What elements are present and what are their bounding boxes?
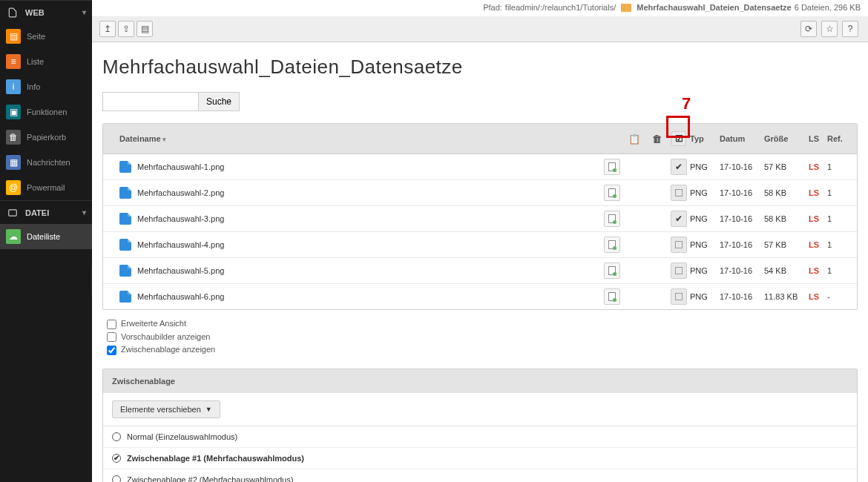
breadcrumb: Pfad: fileadmin/:/relaunch1/Tutorials/ M… (92, 0, 868, 16)
select-all[interactable]: ☑ (671, 131, 686, 146)
col-ls[interactable]: LS (809, 134, 827, 143)
sidebar-item-papierkorb[interactable]: 🗑Papierkorb (0, 125, 92, 150)
replace-button[interactable] (604, 185, 620, 201)
content-area: Pfad: fileadmin/:/relaunch1/Tutorials/ M… (92, 0, 868, 482)
replace-button[interactable] (604, 288, 620, 305)
svg-rect-0 (9, 209, 17, 215)
table-row: Mehrfachauswahl-5.pngPNG17-10-1654 KBLS1 (103, 257, 857, 283)
delete-header-icon[interactable]: 🗑 (652, 133, 662, 145)
col-ref[interactable]: Ref. (827, 134, 849, 143)
sidebar-item-label: Seite (27, 32, 45, 41)
replace-icon (608, 240, 616, 249)
option-extended[interactable]: Erweiterte Ansicht (107, 319, 858, 329)
row-checkbox[interactable]: ✔ (671, 159, 687, 175)
clipboard-mode-dropdown[interactable]: Elemente verschieben ▼ (112, 400, 220, 418)
module-web[interactable]: WEB ▾ (0, 0, 92, 24)
table-row: Mehrfachauswahl-2.pngPNG17-10-1658 KBLS1 (103, 179, 857, 205)
col-size[interactable]: Größe (764, 134, 809, 143)
cell-type: PNG (690, 240, 720, 249)
cell-type: PNG (690, 292, 720, 301)
module-datei[interactable]: DATEI ▾ (0, 200, 92, 224)
functions-icon: ▣ (6, 105, 21, 119)
col-date[interactable]: Datum (720, 134, 764, 143)
new-button[interactable]: ▤ (137, 21, 153, 37)
option-thumbnails[interactable]: Vorschaubilder anzeigen (107, 332, 858, 343)
option-thumbnails-checkbox[interactable] (107, 332, 116, 342)
breadcrumb-prefix: Pfad: (483, 3, 502, 12)
sidebar-item-label: Liste (27, 57, 44, 66)
cell-size: 54 KB (764, 266, 809, 275)
row-checkbox[interactable] (671, 288, 687, 305)
breadcrumb-stats: 6 Dateien, 296 KB (795, 3, 861, 12)
sidebar-item-dateiliste[interactable]: ☁Dateiliste (0, 224, 92, 249)
sidebar-item-label: Nachrichten (27, 158, 70, 167)
module-web-label: WEB (25, 8, 45, 17)
breadcrumb-path[interactable]: fileadmin/:/relaunch1/Tutorials/ (505, 3, 616, 12)
file-name[interactable]: Mehrfachauswahl-4.png (137, 240, 224, 249)
level-up-button[interactable]: ↥ (99, 21, 116, 37)
replace-icon (608, 214, 616, 223)
col-filename[interactable]: Dateiname (119, 134, 161, 143)
row-checkbox[interactable] (671, 237, 687, 253)
upload-button[interactable]: ⇪ (118, 21, 134, 37)
cell-ls: LS (809, 188, 827, 197)
replace-button[interactable] (604, 263, 620, 279)
file-name[interactable]: Mehrfachauswahl-5.png (137, 266, 224, 275)
replace-icon (608, 292, 616, 301)
clipboard-item[interactable]: Zwischenablage #2 (Mehrfachauswahlmodus) (103, 469, 857, 482)
sidebar-item-powermail[interactable]: @Powermail (0, 175, 92, 200)
replace-button[interactable] (604, 237, 620, 253)
cell-date: 17-10-16 (720, 214, 764, 223)
table-row: Mehrfachauswahl-6.pngPNG17-10-1611.83 KB… (103, 283, 857, 309)
replace-button[interactable] (604, 159, 620, 175)
sidebar-item-nachrichten[interactable]: ▦Nachrichten (0, 150, 92, 175)
file-type-icon (119, 265, 131, 277)
web-icon (6, 6, 19, 19)
cell-size: 57 KB (764, 240, 809, 249)
sidebar-item-info[interactable]: iInfo (0, 74, 92, 99)
trash-icon: 🗑 (6, 130, 21, 145)
cell-type: PNG (690, 188, 720, 197)
sidebar-item-label: Info (27, 82, 40, 91)
sidebar-item-label: Papierkorb (27, 133, 66, 142)
row-checkbox[interactable] (671, 263, 687, 279)
replace-icon (608, 266, 616, 275)
toolbar: ↥ ⇪ ▤ ⟳ ☆ ? (92, 16, 868, 42)
option-extended-checkbox[interactable] (107, 320, 116, 329)
option-clipboard-checkbox[interactable] (107, 346, 116, 355)
file-type-icon (119, 187, 131, 199)
sidebar: WEB ▾ ▤Seite ≡Liste iInfo ▣Funktionen 🗑P… (0, 0, 92, 482)
cell-size: 58 KB (764, 214, 809, 223)
info-icon: i (6, 79, 21, 94)
file-name[interactable]: Mehrfachauswahl-2.png (137, 188, 224, 197)
file-name[interactable]: Mehrfachauswahl-3.png (137, 214, 224, 223)
file-name[interactable]: Mehrfachauswahl-6.png (137, 292, 224, 301)
replace-button[interactable] (604, 211, 620, 227)
cell-date: 17-10-16 (720, 292, 764, 301)
replace-icon (608, 162, 616, 171)
bookmark-button[interactable]: ☆ (821, 21, 838, 37)
option-clipboard[interactable]: Zwischenablage anzeigen (107, 345, 858, 355)
row-checkbox[interactable]: ✔ (671, 211, 687, 227)
search-input[interactable] (102, 92, 199, 111)
clipboard-header-icon[interactable]: 📋 (628, 133, 640, 145)
sidebar-item-label: Dateiliste (27, 232, 60, 241)
row-checkbox[interactable] (671, 185, 687, 201)
cell-ref: 1 (827, 162, 849, 171)
cell-ls: LS (809, 240, 827, 249)
cell-type: PNG (690, 266, 720, 275)
col-typ[interactable]: Typ (690, 134, 720, 143)
help-button[interactable]: ? (842, 21, 858, 37)
sidebar-item-seite[interactable]: ▤Seite (0, 24, 92, 49)
sidebar-item-liste[interactable]: ≡Liste (0, 49, 92, 74)
page-title: Mehrfachauswahl_Dateien_Datensaetze (102, 56, 858, 79)
cell-type: PNG (690, 162, 720, 171)
clipboard-item[interactable]: Zwischenablage #1 (Mehrfachauswahlmodus) (103, 447, 857, 469)
search-button[interactable]: Suche (199, 92, 240, 111)
file-type-icon (119, 291, 131, 303)
clipboard-item[interactable]: Normal (Einzelauswahlmodus) (103, 426, 857, 447)
reload-button[interactable]: ⟳ (800, 21, 817, 37)
sidebar-item-funktionen[interactable]: ▣Funktionen (0, 99, 92, 125)
file-name[interactable]: Mehrfachauswahl-1.png (137, 162, 224, 171)
table-row: Mehrfachauswahl-3.png✔PNG17-10-1658 KBLS… (103, 205, 857, 231)
